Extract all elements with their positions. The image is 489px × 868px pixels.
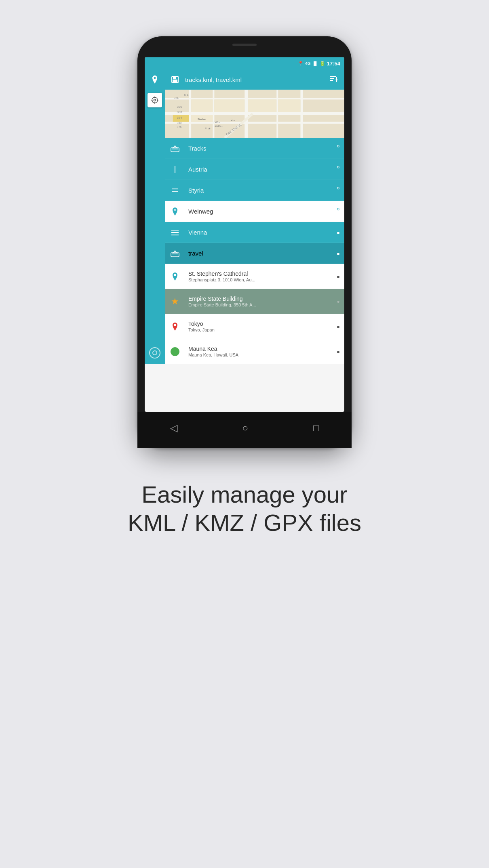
content-right: 390 386 384 380 376 P ★ Gr... and U... C…: [165, 90, 344, 364]
nav-title: tracks.kml, travel.kml: [185, 76, 324, 83]
svg-rect-6: [336, 77, 337, 82]
svg-text:380: 380: [177, 122, 182, 124]
recents-button[interactable]: □: [313, 422, 319, 434]
weinweg-pin-icon: [165, 201, 185, 222]
svg-text:and U...: and U...: [215, 125, 223, 127]
tokyo-pin-icon: [165, 316, 185, 337]
tokyo-dot: ●: [332, 323, 344, 330]
tokyo-text: Tokyo Tokyo, Japan: [185, 321, 332, 332]
battery-icon: 🔋: [320, 61, 325, 66]
network-4g: 4G: [305, 61, 310, 66]
styria-label: Styria: [185, 187, 332, 194]
svg-text:Starbuc: Starbuc: [198, 118, 206, 120]
status-bar: 📍 4G ▐▌ 🔋 17:54: [145, 57, 344, 69]
caption-area: Easily manage your KML / KMZ / GPX files: [128, 480, 361, 537]
svg-rect-22: [191, 99, 213, 112]
svg-rect-47: [172, 254, 178, 254]
st-stephens-text: St. Stephen's Cathedral Stephansplatz 3,…: [185, 270, 332, 282]
sidebar-top-icons: [148, 93, 162, 107]
svg-text:390: 390: [177, 105, 183, 109]
list-item-st-stephens[interactable]: St. Stephen's Cathedral Stephansplatz 3,…: [165, 264, 344, 289]
austria-line-icon: [165, 159, 185, 180]
svg-point-48: [174, 274, 176, 276]
svg-rect-18: [244, 90, 248, 138]
sidebar-bottom-icon[interactable]: [147, 345, 163, 361]
svg-rect-44: [172, 149, 178, 149]
vienna-lines-icon: [165, 222, 185, 243]
svg-rect-2: [173, 80, 177, 82]
recenter-icon: [149, 347, 160, 359]
mauna-kea-dot: ●: [332, 348, 344, 355]
svg-rect-19: [276, 90, 278, 138]
st-stephens-dot: ●: [332, 273, 344, 280]
list-item-weinweg[interactable]: Weinweg °: [165, 201, 344, 222]
empire-star-icon: ★: [165, 291, 185, 312]
svg-rect-46: [171, 253, 179, 257]
list-item-styria[interactable]: Styria °: [165, 180, 344, 201]
svg-point-49: [174, 324, 176, 326]
home-button[interactable]: ○: [242, 422, 249, 434]
svg-rect-24: [248, 99, 276, 112]
mauna-kea-text: Mauna Kea Mauna Kea, Hawaii, USA: [185, 346, 332, 357]
weinweg-label: Weinweg: [185, 208, 332, 215]
nav-floppy-button[interactable]: [165, 69, 185, 90]
list-item-travel[interactable]: travel ●: [165, 243, 344, 264]
weinweg-dot: °: [332, 207, 344, 216]
st-stephens-pin-icon: [165, 266, 185, 287]
svg-rect-4: [330, 78, 334, 79]
svg-rect-21: [165, 98, 344, 100]
signal-icon: ▐▌: [312, 61, 318, 66]
main-content: 390 386 384 380 376 P ★ Gr... and U... C…: [145, 90, 344, 364]
austria-dot: °: [332, 165, 344, 174]
svg-point-8: [154, 99, 156, 101]
svg-text:8 6.: 8 6.: [174, 96, 179, 100]
caption-line2: KML / KMZ / GPX files: [128, 509, 361, 537]
svg-text:★: ★: [208, 127, 211, 130]
svg-point-7: [152, 97, 158, 103]
svg-rect-5: [330, 80, 333, 81]
tracks-tray-icon: [165, 138, 185, 159]
back-button[interactable]: ◁: [170, 422, 177, 434]
tracks-dot: °: [332, 144, 344, 153]
travel-label: travel: [185, 250, 332, 257]
nav-pin-button[interactable]: [145, 69, 165, 90]
styria-lines-icon: [165, 180, 185, 201]
list-container: Tracks ° Austria °: [165, 138, 344, 364]
svg-text:6 4.: 6 4.: [184, 93, 189, 97]
svg-point-45: [174, 209, 176, 211]
vienna-label: Vienna: [185, 229, 332, 236]
svg-rect-14: [165, 112, 344, 115]
list-item-austria[interactable]: Austria °: [165, 159, 344, 180]
vienna-dot: ●: [332, 229, 344, 236]
svg-text:386: 386: [177, 110, 183, 114]
mauna-kea-circle-icon: [165, 341, 185, 362]
list-item-tracks[interactable]: Tracks °: [165, 138, 344, 159]
list-item-tokyo[interactable]: Tokyo Tokyo, Japan ●: [165, 314, 344, 339]
phone-screen: 📍 4G ▐▌ 🔋 17:54 tracks.kml, t: [145, 57, 344, 412]
list-item-mauna-kea[interactable]: Mauna Kea Mauna Kea, Hawaii, USA ●: [165, 339, 344, 364]
svg-rect-17: [213, 90, 214, 138]
left-sidebar: [145, 90, 165, 364]
tracks-label: Tracks: [185, 145, 332, 152]
list-item-vienna[interactable]: Vienna ●: [165, 222, 344, 243]
svg-rect-25: [278, 99, 300, 112]
svg-rect-1: [173, 76, 176, 79]
sort-button[interactable]: [324, 69, 344, 90]
list-item-empire-state[interactable]: ★ Empire State Building Empire State Bui…: [165, 289, 344, 314]
travel-tray-icon: [165, 243, 185, 264]
travel-dot: ●: [332, 250, 344, 257]
caption-line1: Easily manage your: [128, 480, 361, 509]
map-section: 390 386 384 380 376 P ★ Gr... and U... C…: [165, 90, 344, 138]
location-icon: 📍: [298, 61, 304, 66]
clock: 17:54: [327, 61, 340, 67]
nav-bar: tracks.kml, travel.kml: [145, 69, 344, 90]
svg-rect-20: [300, 90, 303, 138]
crosshair-button[interactable]: [148, 93, 162, 107]
bottom-nav-bar: ◁ ○ □: [137, 412, 352, 448]
svg-text:384: 384: [177, 116, 183, 120]
svg-rect-16: [189, 90, 191, 138]
svg-rect-15: [165, 122, 344, 124]
svg-text:376: 376: [177, 126, 182, 128]
empire-dot: ●: [332, 299, 344, 304]
empire-text: Empire State Building Empire State Build…: [185, 296, 332, 307]
